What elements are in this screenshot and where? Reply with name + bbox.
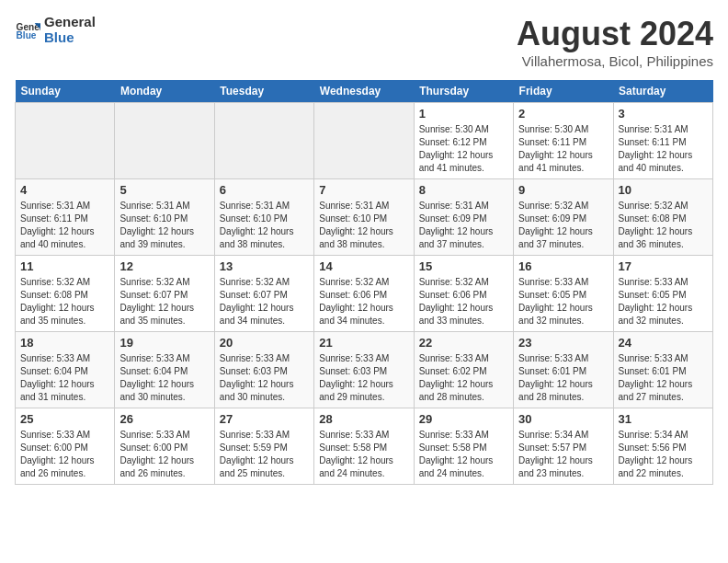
calendar-cell: 1Sunrise: 5:30 AM Sunset: 6:12 PM Daylig… [414,103,513,179]
day-info: Sunrise: 5:33 AM Sunset: 6:04 PM Dayligh… [20,352,109,404]
day-info: Sunrise: 5:31 AM Sunset: 6:10 PM Dayligh… [220,200,309,251]
day-number: 23 [518,336,608,350]
logo: General Blue General Blue [15,15,96,45]
day-number: 15 [419,259,508,273]
calendar-cell: 22Sunrise: 5:33 AM Sunset: 6:02 PM Dayli… [414,332,513,408]
calendar-cell: 21Sunrise: 5:33 AM Sunset: 6:03 PM Dayli… [314,332,414,408]
calendar-cell: 14Sunrise: 5:32 AM Sunset: 6:06 PM Dayli… [314,256,414,332]
calendar-title: August 2024 [517,15,713,53]
calendar-cell: 2Sunrise: 5:30 AM Sunset: 6:11 PM Daylig… [514,103,613,179]
calendar-cell: 24Sunrise: 5:33 AM Sunset: 6:01 PM Dayli… [613,332,712,408]
day-number: 13 [220,259,309,273]
day-number: 19 [119,336,209,350]
day-info: Sunrise: 5:33 AM Sunset: 5:58 PM Dayligh… [419,429,508,480]
svg-text:Blue: Blue [17,30,37,40]
day-info: Sunrise: 5:31 AM Sunset: 6:10 PM Dayligh… [319,200,408,251]
logo-icon: General Blue [15,17,40,43]
calendar-cell: 8Sunrise: 5:31 AM Sunset: 6:09 PM Daylig… [414,179,513,256]
calendar-cell [214,103,313,179]
calendar-title-area: August 2024 Villahermosa, Bicol, Philipp… [517,15,713,69]
calendar-cell: 3Sunrise: 5:31 AM Sunset: 6:11 PM Daylig… [613,103,712,179]
day-info: Sunrise: 5:30 AM Sunset: 6:12 PM Dayligh… [419,123,508,175]
day-number: 11 [20,259,109,273]
day-info: Sunrise: 5:30 AM Sunset: 6:11 PM Dayligh… [518,123,608,175]
day-info: Sunrise: 5:31 AM Sunset: 6:11 PM Dayligh… [619,123,708,175]
day-info: Sunrise: 5:32 AM Sunset: 6:09 PM Dayligh… [518,200,608,251]
day-number: 24 [619,336,708,350]
day-number: 20 [220,336,309,350]
calendar-cell: 7Sunrise: 5:31 AM Sunset: 6:10 PM Daylig… [314,179,414,256]
day-info: Sunrise: 5:33 AM Sunset: 6:03 PM Dayligh… [220,352,309,404]
day-number: 22 [419,336,508,350]
calendar-cell: 16Sunrise: 5:33 AM Sunset: 6:05 PM Dayli… [514,256,613,332]
day-info: Sunrise: 5:33 AM Sunset: 6:01 PM Dayligh… [518,352,608,404]
day-info: Sunrise: 5:33 AM Sunset: 5:58 PM Dayligh… [319,429,408,480]
day-info: Sunrise: 5:33 AM Sunset: 5:59 PM Dayligh… [220,429,309,480]
day-number: 28 [319,412,408,426]
calendar-table: SundayMondayTuesdayWednesdayThursdayFrid… [15,80,713,485]
header-monday: Monday [115,80,214,103]
page-header: General Blue General Blue August 2024 Vi… [15,15,713,69]
calendar-subtitle: Villahermosa, Bicol, Philippines [517,53,713,69]
day-info: Sunrise: 5:31 AM Sunset: 6:10 PM Dayligh… [119,200,209,251]
day-number: 6 [220,183,309,197]
day-info: Sunrise: 5:33 AM Sunset: 6:01 PM Dayligh… [619,352,708,404]
calendar-cell: 30Sunrise: 5:34 AM Sunset: 5:57 PM Dayli… [514,408,613,485]
day-number: 3 [619,107,708,121]
day-info: Sunrise: 5:32 AM Sunset: 6:08 PM Dayligh… [20,276,109,327]
day-number: 31 [619,412,708,426]
day-info: Sunrise: 5:33 AM Sunset: 6:05 PM Dayligh… [619,276,708,327]
day-info: Sunrise: 5:31 AM Sunset: 6:11 PM Dayligh… [20,200,109,251]
calendar-cell: 15Sunrise: 5:32 AM Sunset: 6:06 PM Dayli… [414,256,513,332]
header-tuesday: Tuesday [214,80,313,103]
day-number: 4 [20,183,109,197]
day-number: 7 [319,183,408,197]
calendar-header-row: SundayMondayTuesdayWednesdayThursdayFrid… [16,80,713,103]
day-info: Sunrise: 5:34 AM Sunset: 5:57 PM Dayligh… [518,429,608,480]
day-info: Sunrise: 5:32 AM Sunset: 6:06 PM Dayligh… [419,276,508,327]
day-number: 26 [119,412,209,426]
calendar-cell: 9Sunrise: 5:32 AM Sunset: 6:09 PM Daylig… [514,179,613,256]
calendar-cell: 10Sunrise: 5:32 AM Sunset: 6:08 PM Dayli… [613,179,712,256]
calendar-cell: 11Sunrise: 5:32 AM Sunset: 6:08 PM Dayli… [16,256,115,332]
header-sunday: Sunday [16,80,115,103]
day-number: 8 [419,183,508,197]
day-info: Sunrise: 5:33 AM Sunset: 6:05 PM Dayligh… [518,276,608,327]
day-info: Sunrise: 5:33 AM Sunset: 6:04 PM Dayligh… [119,352,209,404]
calendar-cell: 26Sunrise: 5:33 AM Sunset: 6:00 PM Dayli… [115,408,214,485]
day-number: 25 [20,412,109,426]
week-row-3: 11Sunrise: 5:32 AM Sunset: 6:08 PM Dayli… [16,256,713,332]
calendar-cell: 29Sunrise: 5:33 AM Sunset: 5:58 PM Dayli… [414,408,513,485]
day-info: Sunrise: 5:33 AM Sunset: 6:02 PM Dayligh… [419,352,508,404]
week-row-4: 18Sunrise: 5:33 AM Sunset: 6:04 PM Dayli… [16,332,713,408]
calendar-cell [314,103,414,179]
week-row-5: 25Sunrise: 5:33 AM Sunset: 6:00 PM Dayli… [16,408,713,485]
day-number: 21 [319,336,408,350]
day-number: 1 [419,107,508,121]
header-wednesday: Wednesday [314,80,414,103]
logo-text-line2: Blue [44,30,96,46]
calendar-cell: 17Sunrise: 5:33 AM Sunset: 6:05 PM Dayli… [613,256,712,332]
calendar-cell: 5Sunrise: 5:31 AM Sunset: 6:10 PM Daylig… [115,179,214,256]
day-info: Sunrise: 5:32 AM Sunset: 6:06 PM Dayligh… [319,276,408,327]
day-info: Sunrise: 5:34 AM Sunset: 5:56 PM Dayligh… [619,429,708,480]
logo-text-line1: General [44,15,96,30]
day-number: 5 [119,183,209,197]
day-info: Sunrise: 5:32 AM Sunset: 6:08 PM Dayligh… [619,200,708,251]
week-row-2: 4Sunrise: 5:31 AM Sunset: 6:11 PM Daylig… [16,179,713,256]
day-number: 2 [518,107,608,121]
day-number: 10 [619,183,708,197]
calendar-cell: 25Sunrise: 5:33 AM Sunset: 6:00 PM Dayli… [16,408,115,485]
day-info: Sunrise: 5:33 AM Sunset: 6:00 PM Dayligh… [20,429,109,480]
header-thursday: Thursday [414,80,513,103]
calendar-cell: 6Sunrise: 5:31 AM Sunset: 6:10 PM Daylig… [214,179,313,256]
day-number: 17 [619,259,708,273]
day-info: Sunrise: 5:33 AM Sunset: 6:00 PM Dayligh… [119,429,209,480]
day-number: 27 [220,412,309,426]
header-friday: Friday [514,80,613,103]
day-info: Sunrise: 5:32 AM Sunset: 6:07 PM Dayligh… [220,276,309,327]
calendar-cell: 27Sunrise: 5:33 AM Sunset: 5:59 PM Dayli… [214,408,313,485]
day-number: 12 [119,259,209,273]
calendar-cell [115,103,214,179]
calendar-cell: 12Sunrise: 5:32 AM Sunset: 6:07 PM Dayli… [115,256,214,332]
